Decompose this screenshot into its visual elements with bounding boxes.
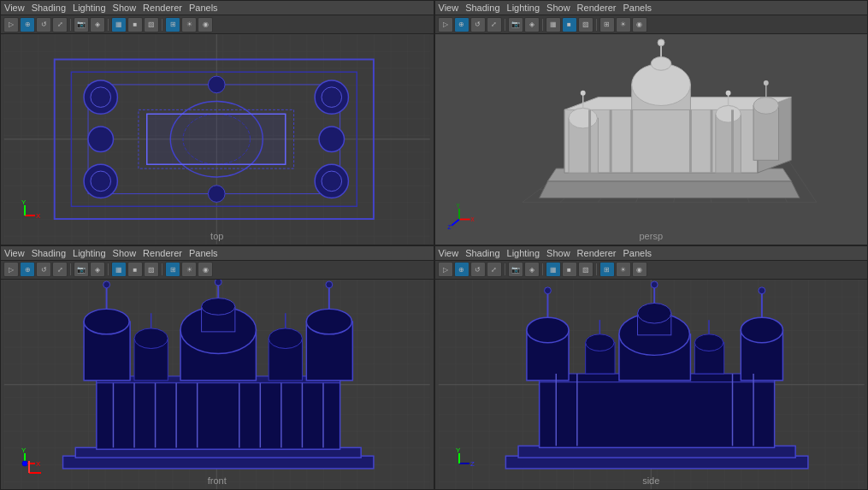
persp-view-svg bbox=[435, 34, 868, 245]
svg-point-20 bbox=[208, 186, 225, 203]
svg-point-61 bbox=[725, 91, 730, 96]
menu-show-persp[interactable]: Show bbox=[546, 3, 570, 13]
tb-wire-p[interactable]: ▦ bbox=[546, 17, 561, 32]
menu-shading-front[interactable]: Shading bbox=[32, 248, 66, 258]
menu-view-side[interactable]: View bbox=[439, 248, 459, 258]
tb-rnd-f[interactable]: ◉ bbox=[198, 262, 213, 277]
tb-grid[interactable]: ⊞ bbox=[165, 17, 180, 32]
svg-point-136 bbox=[741, 317, 782, 342]
tb-select[interactable]: ▷ bbox=[3, 17, 19, 32]
tb-tex-s[interactable]: ▧ bbox=[578, 262, 593, 277]
menu-shading-top[interactable]: Shading bbox=[32, 3, 66, 13]
menu-view-front[interactable]: View bbox=[4, 248, 25, 258]
tb-rend-p[interactable]: ◉ bbox=[632, 17, 647, 32]
tb-wireframe[interactable]: ▦ bbox=[111, 17, 127, 32]
tb-rotate[interactable]: ↺ bbox=[36, 17, 51, 32]
menu-shading-side[interactable]: Shading bbox=[465, 248, 499, 258]
tb-rnd-s[interactable]: ◉ bbox=[632, 262, 647, 277]
tb-sel-f[interactable]: ▷ bbox=[3, 262, 19, 277]
svg-point-150 bbox=[585, 334, 613, 351]
menu-show-front[interactable]: Show bbox=[113, 248, 137, 258]
tb-tex-p[interactable]: ▧ bbox=[578, 17, 593, 32]
menu-panels-side[interactable]: Panels bbox=[623, 248, 652, 258]
tb-mov-s[interactable]: ⊕ bbox=[454, 262, 469, 277]
viewport-grid: View Shading Lighting Show Renderer Pane… bbox=[0, 0, 868, 490]
tb-move-p[interactable]: ⊕ bbox=[454, 17, 469, 32]
tb-smooth[interactable]: ■ bbox=[127, 17, 143, 32]
tb-scale[interactable]: ⤢ bbox=[52, 17, 68, 32]
toolbar-side: ▷ ⊕ ↺ ⤢ 📷 ◈ ▦ ■ ▧ ⊞ ☀ ◉ bbox=[435, 261, 868, 280]
tb-cam-s[interactable]: 📷 bbox=[508, 262, 523, 277]
tb-lgt-s[interactable]: ☀ bbox=[616, 262, 631, 277]
tb-rot-s[interactable]: ↺ bbox=[470, 262, 486, 277]
tb-scale-p[interactable]: ⤢ bbox=[487, 17, 502, 32]
tb-cam-f[interactable]: 📷 bbox=[74, 262, 89, 277]
tb-smo-s[interactable]: ■ bbox=[562, 262, 577, 277]
menu-lighting-side[interactable]: Lighting bbox=[507, 248, 540, 258]
tb-grid-p[interactable]: ⊞ bbox=[599, 17, 615, 32]
svg-text:Y: Y bbox=[21, 200, 27, 206]
menu-renderer-front[interactable]: Renderer bbox=[143, 248, 182, 258]
tb-grd-s[interactable]: ⊞ bbox=[599, 262, 615, 277]
tb-camera[interactable]: 📷 bbox=[74, 17, 89, 32]
sep-p3 bbox=[596, 19, 597, 31]
tb-light-p[interactable]: ☀ bbox=[616, 17, 631, 32]
sep-s1 bbox=[505, 263, 505, 275]
tb-texture[interactable]: ▧ bbox=[144, 17, 159, 32]
tb-sca-s[interactable]: ⤢ bbox=[487, 262, 502, 277]
tb-move[interactable]: ⊕ bbox=[20, 17, 35, 32]
menu-panels-front[interactable]: Panels bbox=[189, 248, 218, 258]
viewport-side: View Shading Lighting Show Renderer Pane… bbox=[434, 245, 869, 491]
viewport-top-content[interactable]: X Y top bbox=[1, 34, 434, 245]
sep1 bbox=[70, 19, 71, 31]
menu-panels-persp[interactable]: Panels bbox=[623, 3, 652, 13]
svg-point-15 bbox=[315, 164, 348, 198]
menu-renderer-persp[interactable]: Renderer bbox=[577, 3, 617, 13]
svg-point-138 bbox=[758, 286, 765, 293]
tb-wir-s[interactable]: ▦ bbox=[546, 262, 561, 277]
tb-wir-f[interactable]: ▦ bbox=[111, 262, 127, 277]
tb-lgt-f[interactable]: ☀ bbox=[181, 262, 197, 277]
menu-lighting-top[interactable]: Lighting bbox=[73, 3, 106, 13]
tb-rotate-p[interactable]: ↺ bbox=[470, 17, 486, 32]
tb-select-p[interactable]: ▷ bbox=[438, 17, 453, 32]
tb-sel-s[interactable]: ▷ bbox=[438, 262, 453, 277]
menu-show-side[interactable]: Show bbox=[546, 248, 570, 258]
tb-light1[interactable]: ☀ bbox=[181, 17, 197, 32]
viewport-side-content[interactable]: Z Y side bbox=[435, 280, 868, 490]
tb-snp-s[interactable]: ◈ bbox=[524, 262, 540, 277]
tb-cam-p[interactable]: 📷 bbox=[508, 17, 523, 32]
menu-shading-persp[interactable]: Shading bbox=[465, 3, 499, 13]
menu-panels-top[interactable]: Panels bbox=[189, 3, 218, 13]
menubar-persp: View Shading Lighting Show Renderer Pane… bbox=[435, 1, 868, 15]
tb-smooth-p[interactable]: ■ bbox=[562, 17, 577, 32]
tb-snap[interactable]: ◈ bbox=[90, 17, 105, 32]
viewport-front-content[interactable]: X Y front bbox=[1, 280, 434, 490]
menu-lighting-front[interactable]: Lighting bbox=[73, 248, 106, 258]
tb-render[interactable]: ◉ bbox=[198, 17, 213, 32]
svg-point-142 bbox=[637, 303, 670, 323]
tb-snp-f[interactable]: ◈ bbox=[90, 262, 105, 277]
svg-point-63 bbox=[753, 97, 778, 115]
menu-view-top[interactable]: View bbox=[4, 3, 25, 13]
menu-show-top[interactable]: Show bbox=[113, 3, 137, 13]
svg-point-144 bbox=[651, 280, 658, 287]
toolbar-top: ▷ ⊕ ↺ ⤢ 📷 ◈ ▦ ■ ▧ ⊞ ☀ ◉ bbox=[1, 15, 434, 34]
tb-grd-f[interactable]: ⊞ bbox=[165, 262, 180, 277]
menu-lighting-persp[interactable]: Lighting bbox=[507, 3, 540, 13]
menu-view-persp[interactable]: View bbox=[439, 3, 459, 13]
svg-point-134 bbox=[544, 286, 551, 293]
tb-rot-f[interactable]: ↺ bbox=[36, 262, 51, 277]
viewport-persp-content[interactable]: X Y Z persp bbox=[435, 34, 868, 245]
menu-renderer-side[interactable]: Renderer bbox=[577, 248, 617, 258]
tb-sca-f[interactable]: ⤢ bbox=[52, 262, 68, 277]
menu-renderer-top[interactable]: Renderer bbox=[143, 3, 182, 13]
tb-tex-f[interactable]: ▧ bbox=[144, 262, 159, 277]
tb-snap-p[interactable]: ◈ bbox=[524, 17, 540, 32]
svg-point-55 bbox=[569, 108, 597, 128]
tb-mov-f[interactable]: ⊕ bbox=[20, 262, 35, 277]
menubar-front: View Shading Lighting Show Renderer Pane… bbox=[1, 246, 434, 261]
toolbar-front: ▷ ⊕ ↺ ⤢ 📷 ◈ ▦ ■ ▧ ⊞ ☀ ◉ bbox=[1, 261, 434, 280]
svg-rect-129 bbox=[539, 380, 774, 447]
tb-smo-f[interactable]: ■ bbox=[127, 262, 143, 277]
